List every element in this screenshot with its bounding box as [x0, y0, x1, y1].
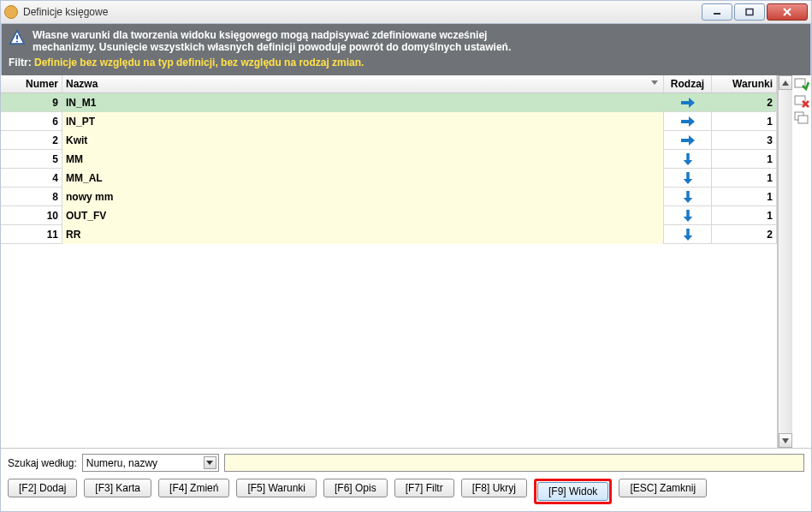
cell-numer: 6 [1, 112, 62, 131]
col-header-warunki[interactable]: Warunki [712, 75, 777, 92]
svg-rect-1 [746, 9, 753, 15]
bottom-panel: Szukaj według: Numeru, nazwy [F2] Dodaj … [1, 448, 811, 511]
col-header-numer[interactable]: Numer [1, 75, 62, 92]
cell-warunki: 1 [712, 150, 777, 169]
hide-button[interactable]: [F8] Ukryj [461, 479, 527, 497]
svg-marker-18 [683, 198, 692, 203]
search-input[interactable] [224, 454, 804, 472]
table-row[interactable]: 9IN_M12 [1, 93, 777, 112]
cell-nazwa: Kwit [62, 131, 664, 150]
filter-value: Definicje bez względu na typ definicji, … [34, 57, 364, 68]
cell-rodzaj [664, 169, 712, 188]
sort-indicator-icon [651, 80, 658, 85]
vertical-scrollbar[interactable] [778, 75, 792, 448]
minimize-button[interactable] [702, 3, 732, 21]
grid: Numer Nazwa Rodzaj Warunki 9IN_M126IN_PT… [1, 75, 778, 448]
scroll-track[interactable] [779, 90, 792, 433]
window-content: Własne warunki dla tworzenia widoku księ… [0, 24, 812, 512]
svg-point-6 [16, 40, 18, 42]
card-button[interactable]: [F3] Karta [84, 479, 151, 497]
cell-warunki: 1 [712, 188, 777, 206]
search-mode-combo[interactable]: Numeru, nazwy [82, 454, 219, 472]
title-bar: Definicje księgowe [0, 0, 812, 24]
svg-marker-14 [683, 160, 692, 165]
cell-numer: 8 [1, 188, 62, 206]
svg-marker-16 [683, 179, 692, 184]
table-row[interactable]: 10OUT_FV1 [1, 206, 777, 225]
table-row[interactable]: 6IN_PT1 [1, 112, 777, 131]
cell-numer: 5 [1, 150, 62, 169]
svg-marker-24 [782, 438, 789, 444]
table-row[interactable]: 8nowy mm1 [1, 188, 777, 206]
cell-numer: 4 [1, 169, 62, 188]
filter-label: Filtr: [9, 57, 32, 68]
edit-button[interactable]: [F4] Zmień [158, 479, 229, 497]
filter-button[interactable]: [F7] Filtr [394, 479, 454, 497]
chevron-down-icon [204, 456, 216, 469]
cell-warunki: 2 [712, 93, 777, 112]
warning-icon [9, 29, 26, 46]
close-button[interactable] [767, 3, 808, 21]
cell-rodzaj [664, 150, 712, 169]
banner-text: Własne warunki dla tworzenia widoku księ… [33, 29, 511, 53]
cell-nazwa: RR [62, 225, 664, 244]
cell-warunki: 1 [712, 112, 777, 131]
cell-nazwa: IN_M1 [62, 93, 664, 112]
table-row[interactable]: 4MM_AL1 [1, 169, 777, 188]
cell-warunki: 2 [712, 225, 777, 244]
cell-rodzaj [664, 188, 712, 206]
button-row: [F2] Dodaj [F3] Karta [F4] Zmień [F5] Wa… [8, 479, 804, 504]
cell-numer: 10 [1, 206, 62, 225]
cell-rodzaj [664, 93, 712, 112]
svg-marker-23 [782, 80, 789, 86]
col-header-nazwa-label: Nazwa [66, 78, 98, 90]
side-toolbar [792, 75, 811, 448]
view-button-highlight: [F9] Widok [534, 479, 612, 504]
table-row[interactable]: 5MM1 [1, 150, 777, 169]
add-button[interactable]: [F2] Dodaj [8, 479, 77, 497]
banner-line2: mechanizmy. Usunięcie wszystkich własnyc… [33, 41, 511, 53]
table-row[interactable]: 11RR2 [1, 225, 777, 244]
banner-filter: Filtr: Definicje bez względu na typ defi… [9, 57, 803, 68]
cell-rodzaj [664, 112, 712, 131]
search-label: Szukaj według: [8, 457, 77, 469]
cell-nazwa: nowy mm [62, 188, 664, 206]
cell-numer: 11 [1, 225, 62, 244]
cell-numer: 9 [1, 93, 62, 112]
conditions-button[interactable]: [F5] Warunki [236, 479, 317, 497]
banner-line1: Własne warunki dla tworzenia widoku księ… [33, 29, 487, 41]
svg-marker-22 [683, 235, 692, 241]
cell-nazwa: MM [62, 150, 664, 169]
cell-rodzaj [664, 225, 712, 244]
cell-warunki: 1 [712, 169, 777, 188]
cell-nazwa: MM_AL [62, 169, 664, 188]
svg-marker-20 [683, 217, 692, 222]
view-button[interactable]: [F9] Widok [537, 482, 608, 501]
col-header-nazwa[interactable]: Nazwa [62, 75, 664, 92]
scroll-up-button[interactable] [779, 75, 792, 90]
search-row: Szukaj według: Numeru, nazwy [8, 454, 804, 472]
svg-marker-10 [689, 116, 695, 127]
side-tool-copy-icon[interactable] [794, 111, 809, 125]
svg-marker-12 [689, 135, 695, 146]
cell-rodzaj [664, 131, 712, 150]
svg-marker-8 [689, 98, 695, 108]
window-title: Definicje księgowe [23, 6, 702, 18]
side-tool-check-icon[interactable] [794, 77, 809, 91]
grid-header: Numer Nazwa Rodzaj Warunki [1, 75, 777, 93]
cell-nazwa: IN_PT [62, 112, 664, 131]
cell-warunki: 3 [712, 131, 777, 150]
grid-body: 9IN_M126IN_PT12Kwit35MM14MM_AL18nowy mm1… [1, 93, 777, 448]
description-button[interactable]: [F6] Opis [323, 479, 388, 497]
cell-warunki: 1 [712, 206, 777, 225]
side-tool-delete-icon[interactable] [794, 94, 809, 108]
info-banner: Własne warunki dla tworzenia widoku księ… [1, 24, 811, 75]
grid-area: Numer Nazwa Rodzaj Warunki 9IN_M126IN_PT… [1, 75, 811, 448]
window-buttons [702, 3, 808, 21]
table-row[interactable]: 2Kwit3 [1, 131, 777, 150]
col-header-rodzaj[interactable]: Rodzaj [664, 75, 712, 92]
close-dialog-button[interactable]: [ESC] Zamknij [619, 479, 707, 497]
maximize-button[interactable] [734, 3, 765, 21]
cell-nazwa: OUT_FV [62, 206, 664, 225]
scroll-down-button[interactable] [779, 433, 792, 448]
